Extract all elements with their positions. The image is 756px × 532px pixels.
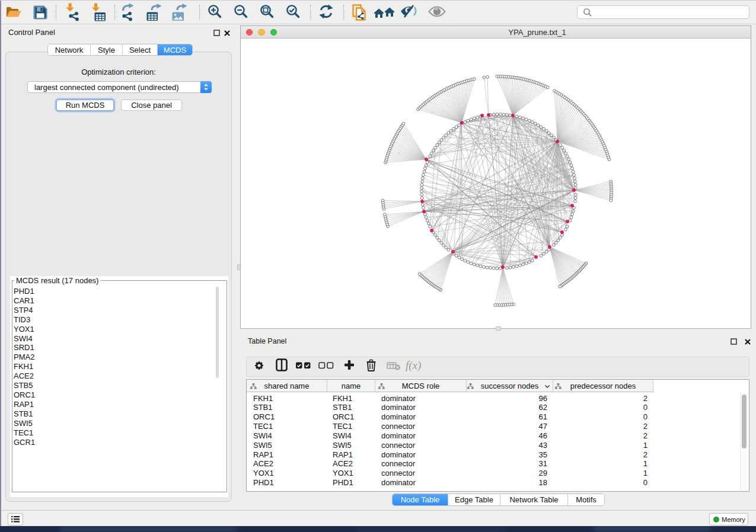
svg-text:f(x): f(x) bbox=[406, 359, 421, 372]
